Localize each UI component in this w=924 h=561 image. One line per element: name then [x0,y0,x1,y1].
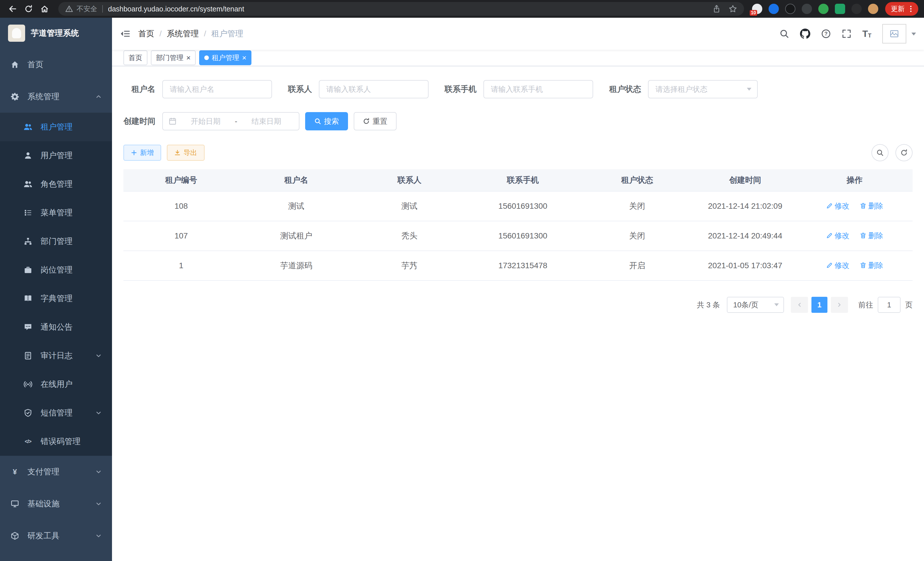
tab-tenant[interactable]: 租户管理 × [199,50,251,65]
sidebar-fold-icon[interactable] [112,29,138,39]
sidebar-item-roles[interactable]: 角色管理 [0,170,112,199]
delete-button[interactable]: 删除 [860,201,883,211]
current-page-button[interactable]: 1 [812,297,827,313]
delete-button[interactable]: 删除 [860,231,883,241]
plus-icon [131,150,137,156]
breadcrumb-system[interactable]: 系统管理 [167,28,199,39]
prev-page-button[interactable] [791,297,808,313]
contact-input[interactable] [319,80,429,98]
home-icon [10,60,20,69]
chevron-right-icon [837,302,842,308]
browser-menu-icon[interactable] [907,5,915,13]
phone-input[interactable] [483,80,593,98]
tab-home[interactable]: 首页 [123,50,147,65]
search-button[interactable]: 搜索 [305,112,348,130]
sidebar-item-menus[interactable]: 菜单管理 [0,199,112,227]
next-page-button[interactable] [831,297,848,313]
extension-icon-4[interactable] [802,4,812,14]
github-icon[interactable] [800,29,810,39]
tab-department[interactable]: 部门管理 × [151,50,196,65]
add-button[interactable]: 新增 [123,145,161,161]
page-size-select[interactable]: 10条/页 [727,297,784,313]
export-button[interactable]: 导出 [167,145,205,161]
sidebar-item-label: 基础设施 [27,498,59,509]
sidebar-item-label: 菜单管理 [40,207,73,218]
sidebar-item-notices[interactable]: 通知公告 [0,313,112,341]
field-label: 联系手机 [445,84,477,95]
sidebar-item-system[interactable]: 系统管理 [0,81,112,113]
extension-icon-3[interactable] [785,4,795,14]
search-icon[interactable] [779,29,789,39]
sidebar-item-label: 系统管理 [27,91,59,102]
document-icon [23,351,33,360]
extension-icon-1[interactable]: 10 [752,4,762,14]
filter-tenant-name: 租户名 [123,80,272,98]
cell-created: 2021-01-05 17:03:47 [694,251,796,281]
goto-page-input[interactable] [878,297,901,313]
cell-actions: 修改 删除 [796,251,913,281]
code-icon: </> [23,439,33,445]
sidebar-item-tenant[interactable]: 租户管理 [0,113,112,141]
cell-id: 1 [123,251,239,281]
sidebar-item-users[interactable]: 用户管理 [0,141,112,170]
filter-status: 租户状态 请选择租户状态 [609,80,758,98]
bookmark-star-icon[interactable] [729,5,737,13]
share-icon[interactable] [712,5,721,13]
message-bubble-icon [23,323,33,332]
edit-button[interactable]: 修改 [826,201,849,211]
url-divider [102,5,103,13]
browser-home-icon[interactable] [38,2,51,16]
sidebar-item-dev-tools[interactable]: 研发工具 [0,520,112,552]
browser-back-icon[interactable] [6,2,20,16]
sidebar-item-infrastructure[interactable]: 基础设施 [0,488,112,520]
breadcrumb-home[interactable]: 首页 [138,28,154,39]
toggle-search-button[interactable] [872,144,889,161]
edit-button[interactable]: 修改 [826,260,849,271]
user-avatar[interactable] [882,24,906,44]
reset-button[interactable]: 重置 [354,112,397,130]
sidebar-item-online-users[interactable]: 在线用户 [0,370,112,399]
date-range-picker[interactable]: 开始日期 - 结束日期 [162,112,299,130]
sidebar-item-label: 支付管理 [27,466,59,477]
refresh-table-button[interactable] [896,144,913,161]
broken-image-icon [889,29,899,38]
extension-icon-7[interactable] [851,4,862,14]
sidebar-item-dictionary[interactable]: 字典管理 [0,284,112,313]
sidebar-item-sms[interactable]: 短信管理 [0,399,112,427]
browser-refresh-icon[interactable] [22,2,35,16]
sidebar-item-home[interactable]: 首页 [0,49,112,81]
sidebar-item-payment[interactable]: ¥ 支付管理 [0,456,112,488]
close-icon[interactable]: × [242,54,246,62]
avatar-caret-icon[interactable] [911,33,916,35]
sidebar-item-departments[interactable]: 部门管理 [0,227,112,256]
status-select[interactable]: 请选择租户状态 [648,80,758,98]
help-icon[interactable]: ? [821,29,831,39]
cell-contact: 测试 [354,191,465,221]
extension-icon-5[interactable] [818,4,829,14]
chevron-down-icon [747,88,752,91]
extension-icon-6[interactable] [835,4,845,14]
sidebar-item-label: 在线用户 [40,379,73,390]
profile-avatar-icon[interactable] [868,4,878,14]
page-size-value: 10条/页 [733,300,758,310]
cell-phone: 15601691300 [465,221,580,251]
sidebar-item-audit-log[interactable]: 审计日志 [0,341,112,370]
breadcrumb-separator: / [204,29,206,38]
url-bar[interactable]: 不安全 dashboard.yudao.iocoder.cn/system/te… [58,2,744,16]
sidebar-item-error-codes[interactable]: </> 错误码管理 [0,427,112,456]
tenant-name-input[interactable] [162,80,272,98]
fullscreen-icon[interactable] [842,29,851,39]
pager: 1 [791,297,848,313]
field-label: 联系人 [288,84,312,95]
font-size-icon[interactable]: TT [862,29,872,38]
close-icon[interactable]: × [186,54,190,62]
app-logo[interactable]: 芋道管理系统 [0,18,112,49]
update-button[interactable]: 更新 [885,2,918,16]
toolbar-right [872,144,913,161]
delete-button[interactable]: 删除 [860,260,883,271]
extension-icon-2[interactable] [769,4,779,14]
sidebar-item-posts[interactable]: 岗位管理 [0,256,112,284]
edit-button[interactable]: 修改 [826,231,849,241]
chevron-down-icon [95,533,102,539]
cell-actions: 修改 删除 [796,191,913,221]
